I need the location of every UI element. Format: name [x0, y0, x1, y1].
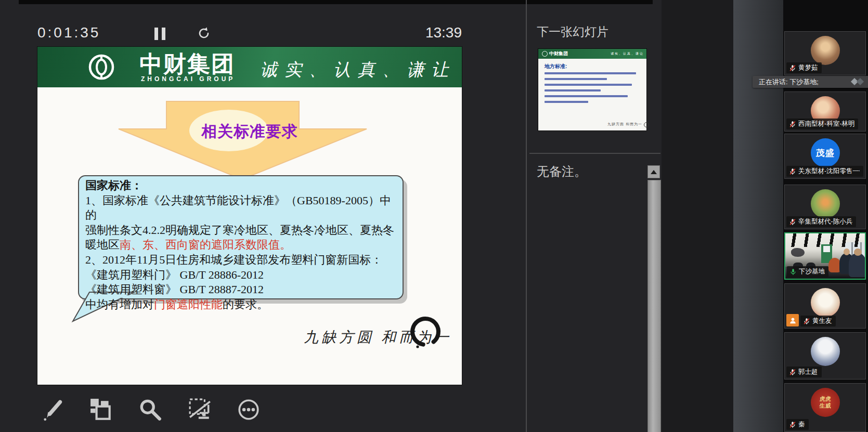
brand-slogan: 诚实、认真、谦让 [260, 58, 456, 82]
slide-canvas[interactable]: 中财集团 ZHONGCAI GROUP 诚实、认真、谦让 相关标准要求 国家标准… [37, 47, 462, 385]
brand-name-en: ZHONGCAI GROUP [141, 75, 235, 83]
window-top-edge [19, 0, 653, 4]
bubble-text-line: 《建筑用塑料门》 GB/T 28886-2012 [85, 268, 397, 283]
notes-divider [529, 153, 660, 154]
notes-scroll-up-button[interactable] [647, 165, 660, 178]
speaking-toast: 正在讲话: 下沙基地; [753, 76, 868, 88]
thumbnail-text-bar [545, 89, 601, 91]
current-time: 13:39 [358, 24, 462, 41]
enso-circle-icon [409, 315, 442, 350]
meeting-app-logo-icon [849, 77, 866, 87]
participant-name: 郭士超 [798, 368, 818, 376]
meeting-background [662, 0, 733, 432]
thumbnail-calligraphy: 九缺方圆 和而为一 [607, 122, 642, 127]
bubble-text-line: 2、2012年11月5日住房和城乡建设部发布塑料门窗新国标： [85, 253, 397, 268]
mic-muted-icon [789, 168, 796, 175]
avatar-text: 虎虎生威 [818, 396, 833, 409]
zhongcai-logo-icon [87, 53, 116, 82]
participant-name: 关东型材-沈阳零售一代... [798, 167, 860, 176]
black-screen-icon [188, 398, 212, 422]
thumbnail-text-bar [545, 72, 636, 74]
mic-muted-icon [803, 318, 810, 325]
pingpong-photo-avatar [811, 288, 840, 317]
participant-tile-2[interactable]: 西南型材-科室-林明 [784, 91, 866, 132]
participant-tile-1[interactable]: 黄梦茹 [784, 31, 866, 75]
participant-tile-7[interactable]: 郭士超 [784, 332, 866, 379]
participant-label: 辛集型材代-陈小兵 [786, 216, 856, 227]
rehearsal-timer-value: 0:01:35 [37, 24, 100, 41]
avatar-text: 茂盛 [816, 147, 835, 159]
bubble-text-line: 强制性条文4.2.2明确规定了寒冷地区、夏热冬冷地区、夏热冬 [85, 223, 397, 238]
thumbnail-header: 中财集团 诚实、认真、谦让 [538, 49, 646, 59]
participant-name: 辛集型材代-陈小兵 [798, 217, 852, 226]
fruit-tree-avatar [811, 189, 840, 218]
next-slide-label: 下一张幻灯片 [537, 24, 608, 40]
pause-icon [162, 28, 165, 40]
mic-muted-icon [789, 64, 796, 72]
participant-label: 下沙基地 [787, 266, 828, 277]
pause-timer-button[interactable] [154, 28, 170, 41]
more-options-button[interactable] [235, 396, 263, 424]
participant-tile-4[interactable]: 辛集型材代-陈小兵 [784, 185, 866, 229]
ultraman-avatar [811, 337, 840, 366]
participant-label: 秦 [786, 419, 809, 430]
thumbnail-brand: 中财集团 [549, 50, 568, 57]
notes-scrollbar-thumb[interactable] [647, 180, 661, 432]
standards-text-block: 国家标准：1、国家标准《公共建筑节能设计标准》（GB50189-2005）中的强… [85, 178, 397, 312]
screen-share-view: 0:01:35 13:39 中财集团 ZHONGCAI GROUP 诚实、认真、… [0, 0, 868, 432]
participant-name: 西南型材-科室-林明 [798, 120, 854, 128]
video-panel-edge [733, 0, 783, 432]
participant-tile-3[interactable]: 茂盛关东型材-沈阳零售一代... [784, 134, 866, 179]
cartoon-girl-avatar [811, 36, 840, 65]
pen-icon [42, 398, 66, 422]
mic-muted-icon [789, 421, 796, 428]
participant-label: 西南型材-科室-林明 [786, 119, 858, 129]
participant-name: 黄梦茹 [798, 63, 818, 72]
enso-circle-icon [644, 122, 649, 127]
maosheng-text-avatar: 茂盛 [811, 138, 840, 167]
slide-navigator-icon [89, 398, 113, 422]
thumbnail-title: 地方标准: [545, 63, 567, 70]
participant-tile-8[interactable]: 虎虎生威秦 [784, 383, 866, 432]
participant-label: 黄梦茹 [786, 62, 822, 73]
pen-tool-button[interactable] [40, 396, 68, 424]
panel-separator [526, 0, 527, 432]
participant-label: 关东型材-沈阳零售一代... [786, 166, 863, 177]
tiger-calligraphy-avatar: 虎虎生威 [811, 388, 840, 417]
next-slide-thumbnail[interactable]: 中财集团 诚实、认真、谦让 地方标准: 九缺方圆 和而为一 [538, 49, 646, 130]
participant-name: 秦 [798, 420, 805, 429]
thumbnail-text-bar [545, 101, 588, 103]
participant-name: 黄生友 [812, 317, 832, 325]
participants-panel: 黄梦茹西南型材-科室-林明茂盛关东型材-沈阳零售一代...辛集型材代-陈小兵下沙… [783, 0, 868, 432]
mic-on-icon [789, 268, 797, 276]
black-screen-button[interactable] [186, 396, 214, 424]
zoom-slide-button[interactable] [136, 396, 164, 424]
speaking-toast-text: 正在讲话: 下沙基地; [753, 77, 849, 87]
mic-muted-icon [789, 121, 796, 128]
magnifier-icon [138, 398, 162, 422]
more-options-icon [237, 398, 261, 422]
person-badge-icon [786, 314, 799, 326]
participant-name: 下沙基地 [799, 267, 825, 276]
bubble-text-line: 中均有增加对门窗遮阳性能的要求。 [85, 297, 397, 312]
restart-timer-button[interactable] [196, 25, 212, 42]
participant-label: 郭士超 [786, 366, 822, 377]
thumbnail-text-bar [545, 95, 628, 97]
participant-tile-5[interactable]: 下沙基地 [784, 232, 866, 280]
restart-icon [196, 25, 212, 41]
pause-icon [154, 28, 158, 40]
bubble-text-line: 国家标准： [85, 178, 397, 193]
up-arrow-icon [651, 170, 657, 174]
mic-muted-icon [789, 369, 796, 376]
slide-title: 相关标准要求 [182, 121, 317, 142]
zhongcai-logo-icon [542, 51, 548, 57]
thumbnail-text-bar [545, 78, 607, 80]
thumbnail-text-bar [545, 84, 632, 86]
notes-placeholder: 无备注。 [537, 163, 587, 180]
bubble-text-line: 《建筑用塑料窗》 GB/T 28887-2012 [85, 282, 397, 297]
mic-muted-icon [789, 218, 796, 226]
participant-tile-6[interactable]: 黄生友 [784, 283, 866, 329]
participant-label: 黄生友 [800, 316, 836, 326]
bubble-text-line: 1、国家标准《公共建筑节能设计标准》（GB50189-2005）中的 [85, 193, 397, 223]
slide-navigator-button[interactable] [87, 396, 115, 424]
